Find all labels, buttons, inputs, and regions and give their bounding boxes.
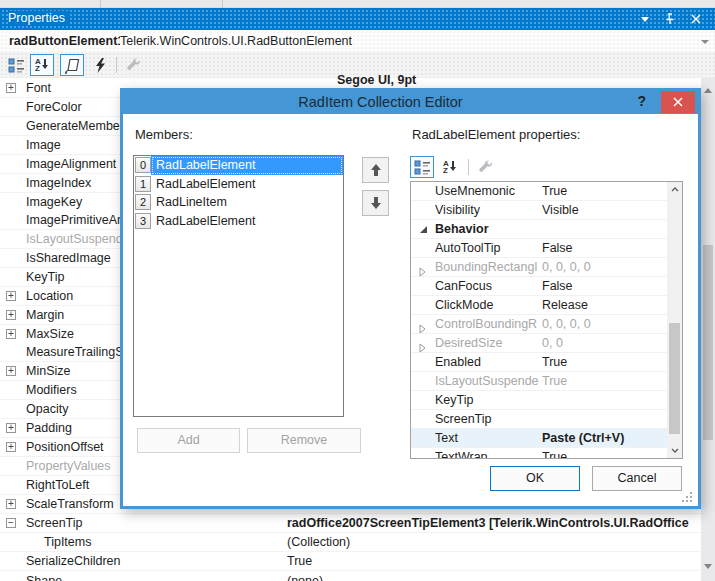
events-button[interactable] [88,54,112,76]
remove-button[interactable]: Remove [247,428,361,453]
grid-scrollbar[interactable] [667,182,682,458]
grid-value[interactable]: True [542,355,664,369]
grid-row-usemnemonic[interactable]: UseMnemonicTrue [411,182,667,201]
grid-alphabetical-button[interactable]: AZ [438,156,462,178]
property-value[interactable]: (Collection) [287,535,697,549]
grid-property-pages-button[interactable] [474,156,498,178]
member-item[interactable]: 1 RadLabelElement [134,175,343,194]
member-label[interactable]: RadLineItem [151,193,343,212]
member-label[interactable]: RadLabelElement [151,175,343,194]
grid-value[interactable]: False [542,279,664,293]
scroll-down-icon[interactable] [704,564,712,573]
move-down-button[interactable] [362,190,389,216]
pin-icon[interactable] [663,12,677,26]
expand-icon[interactable]: + [6,83,16,93]
property-label: ScreenTip [26,516,83,530]
grid-row-keytip[interactable]: KeyTip [411,391,667,410]
property-value[interactable]: radOffice2007ScreenTipElement3 [Telerik.… [287,516,697,530]
grid-row-partial[interactable]: TextWrapTrue [411,448,667,458]
selected-object-type: Telerik.WinControls.UI.RadButtonElement [120,34,352,48]
grid-value[interactable]: True [542,184,664,198]
add-button[interactable]: Add [137,428,240,453]
expand-icon[interactable]: + [6,442,16,452]
toolbar-separator [468,159,469,175]
grid-value[interactable]: 0, 0 [542,336,664,350]
property-pages-button[interactable] [122,54,146,76]
grid-row-boundingrectangle[interactable]: BoundingRectangl0, 0, 0, 0 [411,258,667,277]
dialog-close-button[interactable] [661,91,695,113]
object-selector[interactable]: radButtonElement1 Telerik.WinControls.UI… [0,30,715,52]
close-icon[interactable] [689,12,703,26]
property-row-tipitems[interactable]: TipItems(Collection) [0,533,701,552]
member-index[interactable]: 1 [135,176,151,192]
expand-icon[interactable]: + [6,329,16,339]
scroll-down-icon[interactable] [671,447,678,454]
scroll-up-icon[interactable] [704,84,712,93]
ok-button[interactable]: OK [490,466,580,491]
grid-categorized-button[interactable] [410,156,434,178]
property-label: KeyTip [26,270,64,284]
grid-value[interactable]: 0, 0, 0, 0 [542,260,664,274]
expand-icon[interactable]: + [6,366,16,376]
collapse-icon[interactable]: − [6,518,16,528]
members-listbox[interactable]: 0 RadLabelElement 1 RadLabelElement 2 Ra… [133,155,344,417]
grid-value[interactable]: True [542,374,664,388]
member-index[interactable]: 0 [135,157,151,173]
member-item[interactable]: 2 RadLineItem [134,193,343,212]
scrollbar-thumb[interactable] [669,323,680,434]
alphabetical-sort-button[interactable]: AZ [30,54,54,76]
property-row-screentip[interactable]: −ScreenTipradOffice2007ScreenTipElement3… [0,514,701,533]
element-properties-label: RadLabelElement properties: [412,127,580,142]
member-label[interactable]: RadLabelElement [151,212,343,231]
property-value[interactable]: True [287,554,697,568]
grid-row-clickmode[interactable]: ClickModeRelease [411,296,667,315]
expand-icon[interactable]: + [6,499,16,509]
grid-value[interactable]: 0, 0, 0, 0 [542,317,664,331]
properties-page-button[interactable] [60,54,84,76]
member-item[interactable]: 3 RadLabelElement [134,212,343,231]
grid-value[interactable]: Paste (Ctrl+V) [542,431,664,445]
scroll-up-icon[interactable] [671,186,678,193]
help-button[interactable]: ? [637,93,646,109]
grid-row-visibility[interactable]: VisibilityVisible [411,201,667,220]
member-index[interactable]: 3 [135,213,151,229]
dialog-titlebar[interactable]: RadItem Collection Editor ? [123,91,698,114]
grid-value[interactable]: Visible [542,203,664,217]
category-expanded-icon[interactable] [420,226,427,233]
member-label[interactable]: RadLabelElement [151,156,343,175]
grid-row-enabled[interactable]: EnabledTrue [411,353,667,372]
cancel-button[interactable]: Cancel [592,466,682,491]
grid-row-autotooltip[interactable]: AutoToolTipFalse [411,239,667,258]
grid-row-controlbounding[interactable]: ControlBoundingR0, 0, 0, 0 [411,315,667,334]
resize-grip[interactable] [681,492,693,504]
scrollbar-thumb[interactable] [703,245,713,440]
font-value-clipped[interactable]: Segoe UI, 9pt [337,73,416,87]
grid-value[interactable]: Release [542,298,664,312]
property-row-serializechildren[interactable]: SerializeChildrenTrue [0,552,701,571]
property-row-partial[interactable]: Shape(none) [0,572,701,581]
member-index[interactable]: 2 [135,194,151,210]
categorized-icon [8,57,25,74]
grid-row-category-behavior[interactable]: Behavior [411,220,667,239]
expand-icon[interactable]: + [6,291,16,301]
window-position-caret-icon[interactable] [641,17,649,26]
expand-icon[interactable]: + [6,423,16,433]
move-up-button[interactable] [362,157,389,183]
tool-window-titlebar[interactable]: Properties [0,8,715,30]
property-label: MaxSize [26,327,74,341]
categorized-button[interactable] [4,54,28,76]
grid-name: ScreenTip [435,412,539,426]
property-value[interactable]: (none) [287,574,697,581]
member-item[interactable]: 0 RadLabelElement [134,156,343,175]
grid-value[interactable]: True [542,450,664,458]
main-scrollbar[interactable] [701,78,715,581]
grid-row-text[interactable]: TextPaste (Ctrl+V) [411,429,667,448]
grid-row-islayoutsuspended[interactable]: IsLayoutSuspendecTrue [411,372,667,391]
object-dropdown-caret-icon[interactable] [701,40,709,48]
expand-icon[interactable]: + [6,310,16,320]
grid-value[interactable]: False [542,241,664,255]
grid-row-canfocus[interactable]: CanFocusFalse [411,277,667,296]
grid-row-desiredsize[interactable]: DesiredSize0, 0 [411,334,667,353]
element-property-grid[interactable]: UseMnemonicTrue VisibilityVisible Behavi… [410,181,683,459]
grid-row-screentip[interactable]: ScreenTip [411,410,667,429]
